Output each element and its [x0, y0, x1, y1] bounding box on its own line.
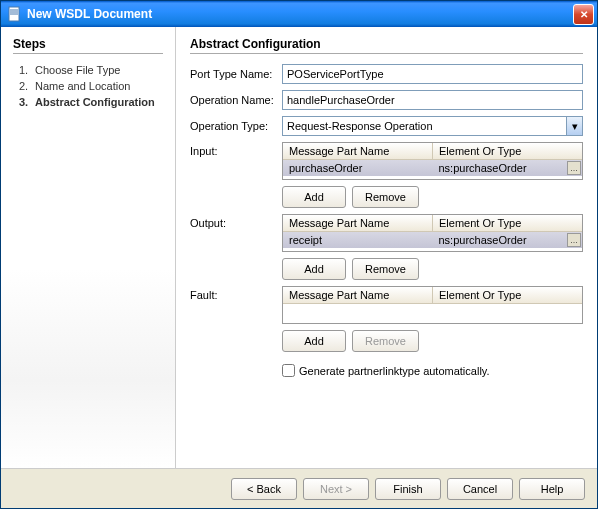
dialog-window: New WSDL Document ✕ Steps 1.Choose File …: [0, 0, 598, 509]
steps-heading: Steps: [13, 37, 163, 51]
step-abstract-config: 3.Abstract Configuration: [19, 94, 163, 110]
main-heading: Abstract Configuration: [190, 37, 583, 51]
input-label: Input:: [190, 142, 282, 208]
input-remove-button[interactable]: Remove: [352, 186, 419, 208]
divider: [13, 53, 163, 54]
next-button: Next >: [303, 478, 369, 500]
input-table: Message Part Name Element Or Type purcha…: [282, 142, 583, 180]
fault-add-button[interactable]: Add: [282, 330, 346, 352]
table-row[interactable]: receipt ns:purchaseOrder …: [283, 232, 582, 248]
cell-type[interactable]: ns:purchaseOrder …: [433, 160, 583, 176]
operation-type-value[interactable]: [282, 116, 583, 136]
empty-row: [283, 304, 582, 322]
output-label: Output:: [190, 214, 282, 280]
col-part-name: Message Part Name: [283, 143, 433, 159]
fault-remove-button: Remove: [352, 330, 419, 352]
browse-button[interactable]: …: [567, 233, 581, 247]
steps-list: 1.Choose File Type 2.Name and Location 3…: [13, 62, 163, 110]
finish-button[interactable]: Finish: [375, 478, 441, 500]
browse-button[interactable]: …: [567, 161, 581, 175]
chevron-down-icon[interactable]: ▾: [566, 117, 582, 135]
steps-sidebar: Steps 1.Choose File Type 2.Name and Loca…: [1, 27, 176, 468]
operation-name-row: Operation Name:: [190, 90, 583, 110]
table-row[interactable]: purchaseOrder ns:purchaseOrder …: [283, 160, 582, 176]
back-button[interactable]: < Back: [231, 478, 297, 500]
fault-section: Fault: Message Part Name Element Or Type…: [190, 286, 583, 352]
close-icon: ✕: [580, 9, 588, 20]
output-table: Message Part Name Element Or Type receip…: [282, 214, 583, 252]
table-header: Message Part Name Element Or Type: [283, 287, 582, 304]
operation-type-select[interactable]: ▾: [282, 116, 583, 136]
output-remove-button[interactable]: Remove: [352, 258, 419, 280]
col-element-type: Element Or Type: [433, 215, 582, 231]
dialog-body: Steps 1.Choose File Type 2.Name and Loca…: [1, 27, 597, 468]
col-part-name: Message Part Name: [283, 287, 433, 303]
output-section: Output: Message Part Name Element Or Typ…: [190, 214, 583, 280]
main-panel: Abstract Configuration Port Type Name: O…: [176, 27, 597, 468]
close-button[interactable]: ✕: [573, 4, 594, 25]
generate-plt-label: Generate partnerlinktype automatically.: [299, 365, 490, 377]
operation-type-label: Operation Type:: [190, 120, 282, 132]
wsdl-document-icon: [7, 6, 23, 22]
operation-type-row: Operation Type: ▾: [190, 116, 583, 136]
window-title: New WSDL Document: [27, 7, 573, 21]
col-part-name: Message Part Name: [283, 215, 433, 231]
cell-part[interactable]: purchaseOrder: [283, 160, 433, 176]
port-type-label: Port Type Name:: [190, 68, 282, 80]
input-add-button[interactable]: Add: [282, 186, 346, 208]
cell-part[interactable]: receipt: [283, 232, 433, 248]
operation-name-label: Operation Name:: [190, 94, 282, 106]
input-section: Input: Message Part Name Element Or Type…: [190, 142, 583, 208]
cell-type[interactable]: ns:purchaseOrder …: [433, 232, 583, 248]
step-name-location: 2.Name and Location: [19, 78, 163, 94]
generate-plt-row: Generate partnerlinktype automatically.: [282, 364, 583, 377]
table-header: Message Part Name Element Or Type: [283, 215, 582, 232]
divider: [190, 53, 583, 54]
port-type-row: Port Type Name:: [190, 64, 583, 84]
help-button[interactable]: Help: [519, 478, 585, 500]
dialog-footer: < Back Next > Finish Cancel Help: [1, 468, 597, 508]
output-add-button[interactable]: Add: [282, 258, 346, 280]
cancel-button[interactable]: Cancel: [447, 478, 513, 500]
fault-label: Fault:: [190, 286, 282, 352]
table-header: Message Part Name Element Or Type: [283, 143, 582, 160]
generate-plt-checkbox[interactable]: [282, 364, 295, 377]
titlebar: New WSDL Document ✕: [1, 1, 597, 27]
col-element-type: Element Or Type: [433, 287, 582, 303]
operation-name-input[interactable]: [282, 90, 583, 110]
fault-table: Message Part Name Element Or Type: [282, 286, 583, 324]
col-element-type: Element Or Type: [433, 143, 582, 159]
step-choose-file-type: 1.Choose File Type: [19, 62, 163, 78]
port-type-input[interactable]: [282, 64, 583, 84]
